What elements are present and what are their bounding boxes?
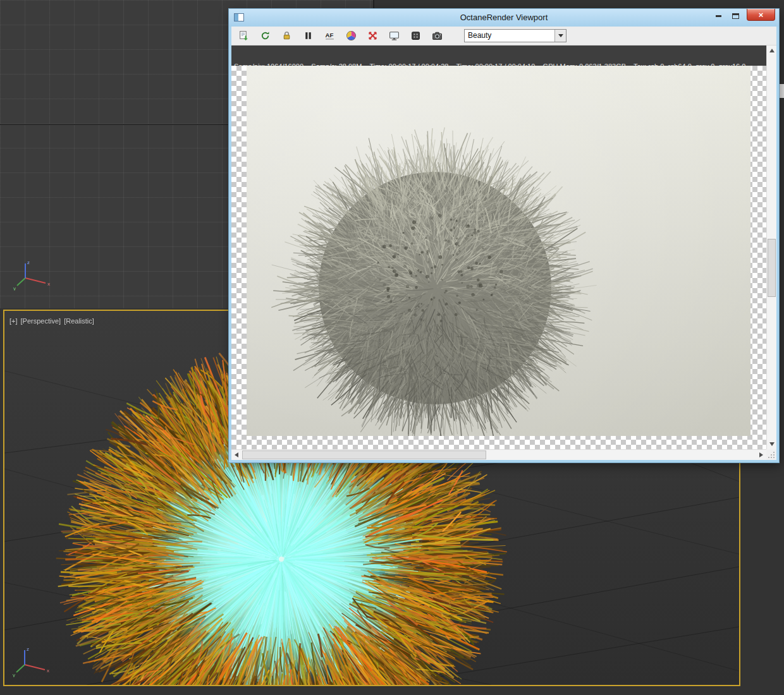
restart-render-button[interactable] xyxy=(257,28,273,44)
y-axis-line xyxy=(17,278,25,286)
scroll-left-button[interactable] xyxy=(231,450,242,460)
white-balance-button[interactable] xyxy=(343,28,359,44)
scroll-up-button[interactable] xyxy=(767,45,776,56)
svg-text:AF: AF xyxy=(325,32,333,39)
background-panel-fragment xyxy=(779,84,784,98)
window-controls: × xyxy=(710,9,775,22)
color-wheel-icon xyxy=(346,30,357,41)
lock-icon xyxy=(281,30,292,41)
autofocus-icon: AF xyxy=(324,30,335,41)
maximize-button[interactable] xyxy=(727,10,744,22)
y-axis-line xyxy=(16,665,25,672)
minimize-icon xyxy=(716,15,721,17)
minimize-button[interactable] xyxy=(710,10,727,22)
close-icon: × xyxy=(759,10,764,20)
viewport-menu-shading[interactable]: [Realistic] xyxy=(64,317,94,325)
viewport-menu-general[interactable]: [+] xyxy=(9,317,18,325)
render-toolbar: AF xyxy=(231,27,776,45)
x-axis-label: x xyxy=(47,281,50,287)
z-axis-label: z xyxy=(27,260,30,265)
maximize-icon xyxy=(732,13,739,19)
autofocus-button[interactable]: AF xyxy=(321,28,338,44)
z-axis-label: z xyxy=(27,646,29,652)
rendered-image xyxy=(247,66,750,436)
horizontal-scrollbar[interactable] xyxy=(231,449,766,460)
render-pass-select[interactable]: Beauty xyxy=(464,29,567,42)
y-axis-label: y xyxy=(13,286,16,291)
save-render-button[interactable] xyxy=(235,28,252,44)
resize-grip[interactable] xyxy=(766,449,776,460)
settings-panel-icon xyxy=(410,30,421,41)
resize-grip-icon xyxy=(766,449,776,460)
monitor-icon xyxy=(389,30,400,41)
scroll-right-button[interactable] xyxy=(756,450,766,460)
stop-render-button[interactable] xyxy=(364,28,381,44)
pause-render-button[interactable] xyxy=(300,28,316,44)
arrow-up-icon xyxy=(769,49,775,52)
desktop-root: x y z [+] [Perspective] [Realistic] x y … xyxy=(0,0,784,695)
pause-icon xyxy=(303,30,314,41)
lock-resolution-button[interactable] xyxy=(278,28,295,44)
render-view[interactable] xyxy=(231,66,766,449)
dropdown-arrow-icon xyxy=(554,30,566,42)
fit-to-screen-button[interactable] xyxy=(386,28,402,44)
octane-window: OctaneRender Viewport × xyxy=(229,9,779,462)
arrow-right-icon xyxy=(759,452,763,457)
x-axis-line xyxy=(25,665,45,670)
axis-gizmo: x y z xyxy=(11,642,51,677)
close-button[interactable]: × xyxy=(747,9,775,21)
viewport-label: [+] [Perspective] [Realistic] xyxy=(9,317,94,325)
restart-render-icon xyxy=(260,30,271,41)
scroll-down-button[interactable] xyxy=(767,439,776,449)
crossed-arrows-icon xyxy=(367,30,378,41)
arrow-left-icon xyxy=(235,452,238,457)
viewport-menu-pov[interactable]: [Perspective] xyxy=(21,317,61,325)
arrow-down-icon xyxy=(769,442,775,446)
render-statistics: Samp/pix: 1064/16000. Samp/s: 28.98M. Ti… xyxy=(231,45,766,66)
x-axis-line xyxy=(25,278,46,283)
horizontal-scroll-thumb[interactable] xyxy=(242,450,486,459)
window-content: AF xyxy=(231,27,776,460)
camera-icon xyxy=(432,30,443,41)
camera-snapshot-button[interactable] xyxy=(429,28,445,44)
window-title: OctaneRender Viewport xyxy=(229,9,779,27)
render-settings-button[interactable] xyxy=(407,28,424,44)
vertical-scrollbar[interactable] xyxy=(766,45,776,449)
render-pass-value: Beauty xyxy=(468,31,491,40)
titlebar[interactable]: OctaneRender Viewport × xyxy=(229,9,779,27)
vertical-scroll-thumb[interactable] xyxy=(768,239,776,297)
axis-gizmo: x y z xyxy=(13,258,53,291)
x-axis-label: x xyxy=(47,668,49,674)
save-render-icon xyxy=(238,30,249,41)
y-axis-label: y xyxy=(13,672,15,677)
